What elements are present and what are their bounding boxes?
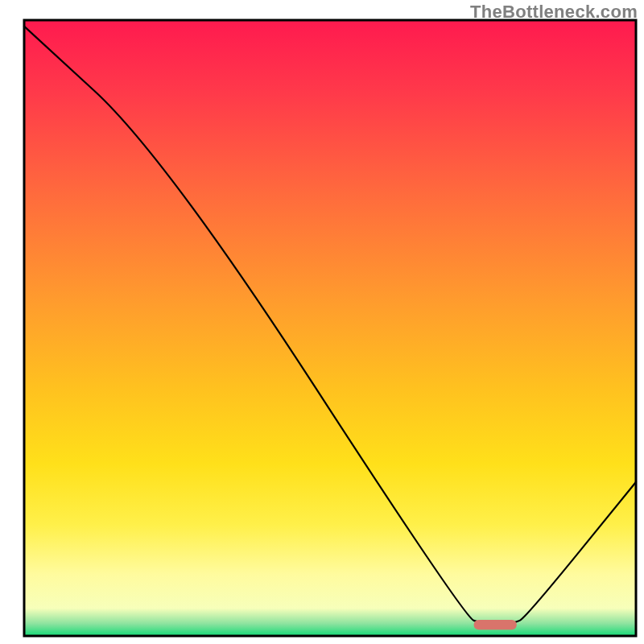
chart-container: TheBottleneck.com bbox=[0, 0, 644, 644]
bottleneck-chart bbox=[0, 0, 644, 644]
optimal-marker bbox=[474, 620, 517, 630]
watermark-text: TheBottleneck.com bbox=[470, 2, 638, 23]
